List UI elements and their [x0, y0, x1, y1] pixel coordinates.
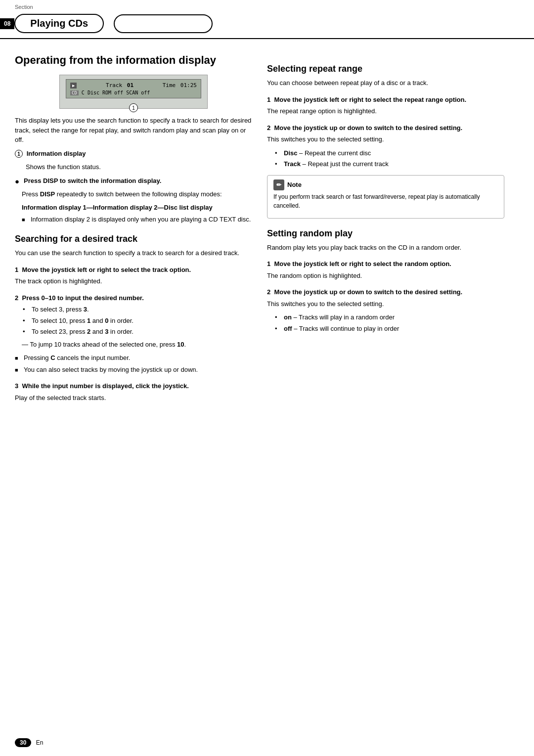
- note-header: ✏ Note: [273, 179, 498, 190]
- display-top-row: ▶ Track 01 Time 01:25: [70, 82, 197, 89]
- intro-text: This display lets you use the search fun…: [15, 116, 252, 145]
- rand-step2-heading: 2 Move the joystick up or down to switch…: [267, 287, 504, 297]
- info-display-heading: 1 Information display: [15, 149, 252, 159]
- info2-note-text: Information display 2 is displayed only …: [31, 215, 251, 224]
- display-c-label: C: [82, 90, 85, 95]
- rand-bullet2: • off – Tracks will continue to play in …: [275, 324, 504, 334]
- display-cd: CD: [70, 90, 79, 95]
- selecting-intro: You can choose between repeat play of a …: [267, 78, 504, 88]
- step2-bullet3: • To select 23, press 2 and 3 in order.: [23, 327, 252, 337]
- rand-step2-body: This switches you to the selected settin…: [267, 299, 504, 309]
- display-inner: ▶ Track 01 Time 01:25 CD: [66, 79, 201, 98]
- circle-indicator-1: 1: [129, 103, 138, 112]
- right-column: Selecting repeat range You can choose be…: [267, 54, 504, 406]
- display-modes: Information display 1—Information displa…: [22, 203, 252, 213]
- page: Section 08 Playing CDs Operating from th…: [0, 0, 534, 756]
- searching-intro: You can use the search function to speci…: [15, 248, 252, 258]
- press-disp-heading: Press DISP to switch the information dis…: [24, 177, 161, 184]
- section-number: 08: [0, 18, 14, 29]
- square-bullet-icon: ■: [22, 216, 29, 224]
- left-column: Operating from the information display ▶…: [15, 54, 252, 406]
- display-track-label: Track 01: [106, 82, 134, 89]
- sel-bullet1: • Disc – Repeat the current disc: [275, 148, 504, 158]
- main-content: Operating from the information display ▶…: [0, 39, 534, 421]
- note-label: Note: [287, 180, 302, 190]
- note-icon: ✏: [273, 179, 284, 190]
- search-step3-body: Play of the selected track starts.: [15, 393, 252, 403]
- display-scan: SCAN off: [126, 90, 150, 95]
- display-disc-label: Disc: [88, 90, 99, 95]
- display-icon-cd: ▶: [70, 83, 77, 89]
- step2-sub1: — To jump 10 tracks ahead of the selecte…: [22, 340, 252, 350]
- sel-bullet2: • Track – Repeat just the current track: [275, 159, 504, 169]
- search-step1-heading: 1 Move the joystick left or right to sel…: [15, 265, 252, 275]
- page-footer: 30 En: [15, 739, 43, 746]
- random-title: Setting random play: [267, 228, 504, 239]
- note-body: If you perform track search or fast forw…: [273, 192, 498, 210]
- display-rom: ROM off: [102, 90, 123, 95]
- search-step3-heading: 3 While the input number is displayed, c…: [15, 381, 252, 391]
- pressing-c-bullet: ■ Pressing C cancels the input number.: [15, 353, 252, 363]
- searching-title: Searching for a desired track: [15, 234, 252, 244]
- operating-title: Operating from the information display: [15, 54, 252, 67]
- rand-bullet1: • on – Tracks will play in a random orde…: [275, 312, 504, 322]
- step2-bullet2: • To select 10, press 1 and 0 in order.: [23, 316, 252, 326]
- info2-note-bullet: ■ Information display 2 is displayed onl…: [22, 215, 252, 224]
- also-select-text: You can also select tracks by moving the…: [24, 365, 198, 375]
- display-bottom-row: CD C Disc ROM off SCAN off: [70, 90, 197, 95]
- display-screen-box: ▶ Track 01 Time 01:25 CD: [59, 75, 208, 109]
- note-box: ✏ Note If you perform track search or fa…: [267, 175, 504, 219]
- press-disp-bullet: ● Press DISP to switch the information d…: [15, 176, 252, 186]
- sel-step1-body: The repeat range option is highlighted.: [267, 106, 504, 116]
- header: 08 Playing CDs: [0, 9, 534, 39]
- random-intro: Random play lets you play back tracks on…: [267, 243, 504, 253]
- press-disp-body: Press DISP repeatedly to switch between …: [22, 189, 252, 199]
- circled-1: 1: [15, 150, 23, 158]
- info-display-desc: Shows the function status.: [26, 162, 252, 172]
- sel-step1-heading: 1 Move the joystick left or right to sel…: [267, 95, 504, 105]
- search-step1-body: The track option is highlighted.: [15, 276, 252, 286]
- sel-step2-body: This switches you to the selected settin…: [267, 134, 504, 144]
- language-label: En: [36, 739, 44, 746]
- section-label: Section: [15, 4, 33, 10]
- rand-step1-heading: 1 Move the joystick left or right to sel…: [267, 259, 504, 269]
- step2-bullet1: • To select 3, press 3.: [23, 305, 252, 314]
- bullet-icon: ●: [15, 176, 22, 186]
- sel-step2-heading: 2 Move the joystick up or down to switch…: [267, 123, 504, 133]
- rand-step1-body: The random option is highlighted.: [267, 271, 504, 281]
- also-select-bullet: ■ You can also select tracks by moving t…: [15, 365, 252, 375]
- display-time-label: Time 01:25: [163, 82, 197, 89]
- search-step2-heading: 2 Press 0–10 to input the desired number…: [15, 293, 252, 303]
- selecting-title: Selecting repeat range: [267, 64, 504, 74]
- header-right-box: [114, 14, 213, 33]
- info-display-figure: ▶ Track 01 Time 01:25 CD: [15, 75, 252, 109]
- page-number: 30: [15, 738, 31, 747]
- header-title: Playing CDs: [14, 14, 104, 33]
